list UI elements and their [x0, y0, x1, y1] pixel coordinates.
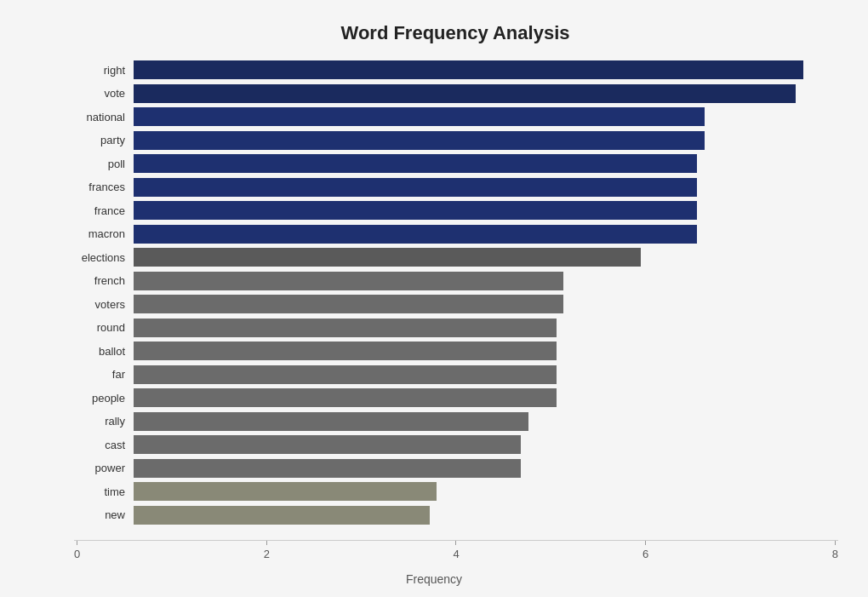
x-axis-label: Frequency: [4, 572, 864, 586]
bar-fill: [134, 154, 697, 173]
bar-fill: [134, 107, 705, 126]
chart-area: rightvotenationalpartypollfrancesfrancem…: [72, 60, 838, 528]
bar-fill: [134, 459, 521, 478]
bar-fill: [134, 506, 430, 525]
bar-label: elections: [72, 251, 134, 264]
bar-fill: [134, 248, 641, 267]
bar-row: frances: [72, 176, 838, 198]
bar-row: round: [72, 317, 838, 339]
x-tick-label: 2: [264, 548, 270, 560]
x-tick-line: [645, 541, 646, 545]
bar-label: right: [72, 64, 134, 77]
bar-fill: [134, 295, 563, 313]
bar-row: ballot: [72, 341, 838, 363]
chart-title: Word Frequency Analysis: [72, 22, 838, 44]
x-tick: 6: [642, 541, 648, 560]
bar-fill: [134, 342, 557, 360]
bar-label: france: [72, 204, 134, 217]
bar-label: people: [72, 392, 134, 405]
bar-label: far: [72, 368, 134, 381]
bar-label: ballot: [72, 345, 134, 358]
bar-track: [134, 365, 838, 384]
x-tick: 8: [832, 541, 838, 560]
bar-track: [134, 131, 838, 150]
bar-track: [134, 272, 838, 290]
bar-track: [134, 482, 838, 501]
bar-track: [134, 201, 838, 220]
bar-track: [134, 248, 838, 267]
bar-fill: [134, 225, 697, 244]
bar-row: rally: [72, 410, 838, 433]
bar-fill: [134, 482, 437, 501]
bar-row: power: [72, 457, 838, 479]
bar-fill: [134, 178, 697, 197]
x-tick-label: 0: [74, 548, 80, 560]
bar-row: time: [72, 481, 838, 503]
bar-label: cast: [72, 439, 134, 451]
x-tick-label: 6: [642, 548, 648, 560]
bar-row: macron: [72, 223, 838, 245]
bar-track: [134, 459, 838, 478]
x-tick: 4: [453, 541, 459, 560]
bar-fill: [134, 84, 796, 103]
bar-row: right: [72, 60, 838, 82]
bar-track: [134, 388, 838, 407]
x-tick: 2: [264, 541, 270, 560]
bar-track: [134, 107, 838, 126]
bar-label: time: [72, 485, 134, 498]
bar-row: far: [72, 364, 838, 386]
bar-fill: [134, 319, 557, 337]
bar-track: [134, 60, 838, 79]
bar-track: [134, 295, 838, 313]
bar-fill: [134, 388, 557, 407]
bar-row: voters: [72, 294, 838, 316]
x-axis: 02468: [74, 540, 838, 560]
x-tick-label: 8: [832, 548, 838, 560]
x-tick-label: 4: [453, 548, 459, 560]
bar-track: [134, 225, 838, 244]
bar-label: party: [72, 134, 134, 146]
bar-fill: [134, 201, 697, 220]
bar-track: [134, 319, 838, 337]
bar-track: [134, 412, 838, 431]
bar-row: party: [72, 129, 838, 152]
bar-fill: [134, 60, 803, 79]
bar-fill: [134, 412, 528, 431]
chart-container: Word Frequency Analysis rightvotenationa…: [4, 5, 864, 593]
bar-label: new: [72, 508, 134, 521]
bar-track: [134, 435, 838, 454]
bar-track: [134, 342, 838, 360]
bar-track: [134, 84, 838, 103]
bar-row: poll: [72, 153, 838, 175]
bar-label: vote: [72, 87, 134, 100]
bar-fill: [134, 131, 705, 150]
bar-row: french: [72, 270, 838, 292]
bar-fill: [134, 272, 563, 290]
bar-row: france: [72, 200, 838, 222]
bar-label: round: [72, 321, 134, 334]
x-tick: 0: [74, 541, 80, 560]
x-tick-line: [455, 541, 456, 545]
bar-track: [134, 506, 838, 525]
bar-track: [134, 154, 838, 173]
x-tick-line: [266, 541, 267, 545]
bar-label: rally: [72, 415, 134, 428]
bar-row: vote: [72, 83, 838, 105]
bar-row: national: [72, 106, 838, 129]
bar-label: macron: [72, 227, 134, 240]
bar-fill: [134, 365, 557, 384]
bar-row: elections: [72, 247, 838, 269]
bar-label: frances: [72, 181, 134, 193]
bar-label: french: [72, 274, 134, 287]
bar-label: national: [72, 111, 134, 123]
x-tick-line: [77, 541, 77, 545]
bar-fill: [134, 435, 521, 454]
bar-track: [134, 178, 838, 197]
bar-label: poll: [72, 158, 134, 170]
x-tick-line: [835, 541, 836, 545]
bar-row: new: [72, 504, 838, 526]
bar-row: people: [72, 387, 838, 410]
bar-label: voters: [72, 298, 134, 311]
bar-label: power: [72, 462, 134, 474]
bar-row: cast: [72, 434, 838, 456]
